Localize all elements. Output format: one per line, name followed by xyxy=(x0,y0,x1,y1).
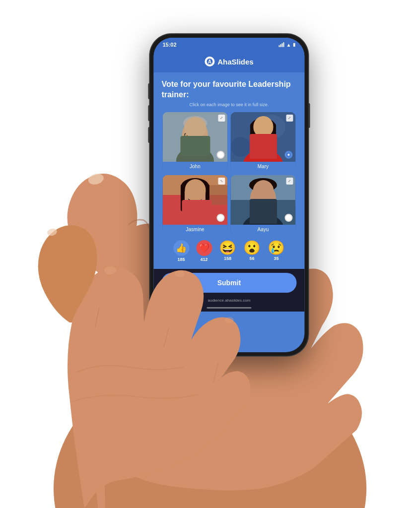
candidate-card-john[interactable]: ⤢ John xyxy=(162,112,227,172)
submit-button[interactable]: Submit xyxy=(161,273,296,293)
select-john[interactable] xyxy=(216,151,224,159)
svg-rect-37 xyxy=(191,205,199,207)
app-header: A AhaSlides xyxy=(153,52,304,72)
svg-point-12 xyxy=(187,134,191,137)
svg-rect-6 xyxy=(191,141,199,151)
sad-emoji[interactable]: 😢 xyxy=(268,241,285,255)
like-count: 185 xyxy=(177,257,185,262)
phone: 15:02 ▲ ▮ xyxy=(149,34,308,356)
reaction-wow[interactable]: 😮 56 xyxy=(243,241,261,261)
svg-point-46 xyxy=(250,184,276,212)
sad-count: 35 xyxy=(274,256,279,261)
select-mary[interactable] xyxy=(284,151,292,159)
wifi-icon: ▲ xyxy=(286,42,291,48)
svg-point-21 xyxy=(251,121,275,147)
love-emoji[interactable]: ❤️ xyxy=(196,240,212,256)
candidate-card-jasmine[interactable]: ⤢ Jasmine xyxy=(162,175,227,235)
svg-rect-9 xyxy=(185,133,193,138)
svg-rect-24 xyxy=(271,123,276,148)
reaction-love[interactable]: ❤️ 412 xyxy=(196,240,212,262)
expand-icon-jasmine[interactable]: ⤢ xyxy=(218,178,225,185)
wow-emoji[interactable]: 😮 xyxy=(243,241,261,255)
question-title: Vote for your favourite Leadership train… xyxy=(161,79,296,100)
ahaslides-logo-icon: A xyxy=(206,58,213,65)
home-indicator-area xyxy=(153,305,304,312)
jasmine-label: Jasmine xyxy=(162,225,227,235)
aayu-photo[interactable]: ⤢ xyxy=(230,175,295,225)
reaction-sad[interactable]: 😢 35 xyxy=(268,241,285,261)
svg-point-34 xyxy=(181,178,209,194)
svg-point-51 xyxy=(265,196,270,200)
john-label: John xyxy=(162,162,227,172)
svg-point-7 xyxy=(182,121,208,148)
candidate-card-aayu[interactable]: ⤢ Aayu xyxy=(230,175,295,235)
svg-point-27 xyxy=(265,134,269,137)
svg-point-41 xyxy=(198,197,200,199)
app-content: Vote for your favourite Leadership train… xyxy=(153,72,304,269)
expand-icon-aayu[interactable]: ⤢ xyxy=(286,178,293,185)
haha-count: 158 xyxy=(224,256,231,261)
svg-point-47 xyxy=(249,178,277,192)
mary-label: Mary xyxy=(230,162,295,172)
like-emoji[interactable]: 👍 xyxy=(173,240,189,256)
svg-point-52 xyxy=(257,196,259,198)
status-icons: ▲ ▮ xyxy=(279,42,295,48)
select-jasmine[interactable] xyxy=(216,214,224,222)
svg-rect-10 xyxy=(195,133,203,138)
svg-point-39 xyxy=(197,196,202,200)
svg-point-49 xyxy=(253,202,273,210)
mary-photo[interactable]: ⤢ xyxy=(230,112,295,162)
svg-point-8 xyxy=(183,116,207,130)
expand-icon-mary[interactable]: ⤢ xyxy=(286,115,293,122)
reactions-bar: 👍 185 ❤️ 412 😆 158 😮 xyxy=(161,235,296,264)
battery-icon: ▮ xyxy=(293,42,295,47)
svg-point-5 xyxy=(176,147,214,162)
svg-point-38 xyxy=(188,196,193,200)
app-name: AhaSlides xyxy=(217,58,254,66)
wow-count: 56 xyxy=(249,256,254,261)
footer-url: audience.ahaslides.com xyxy=(153,296,304,305)
submit-area: Submit xyxy=(153,269,304,296)
svg-point-40 xyxy=(189,197,191,199)
haha-emoji[interactable]: 😆 xyxy=(219,241,236,255)
image-grid: ⤢ John xyxy=(161,112,296,235)
jasmine-photo[interactable]: ⤢ xyxy=(162,175,227,225)
audience-url: audience.ahaslides.com xyxy=(208,298,250,303)
scene: 15:02 ▲ ▮ xyxy=(0,0,420,508)
reaction-haha[interactable]: 😆 158 xyxy=(219,241,236,261)
status-time: 15:02 xyxy=(162,42,176,48)
svg-point-50 xyxy=(256,196,261,200)
expand-icon-john[interactable]: ⤢ xyxy=(218,115,225,122)
select-aayu[interactable] xyxy=(284,214,292,222)
svg-rect-45 xyxy=(259,206,267,214)
svg-text:A: A xyxy=(208,59,211,64)
app-logo: A xyxy=(205,57,214,66)
svg-rect-23 xyxy=(250,123,255,148)
candidate-card-mary[interactable]: ⤢ Mary xyxy=(230,112,295,172)
love-count: 412 xyxy=(200,257,208,262)
svg-point-33 xyxy=(182,183,208,211)
hint-text: Click on each image to see it in full si… xyxy=(161,102,296,107)
svg-rect-25 xyxy=(260,141,267,143)
phone-screen: 15:02 ▲ ▮ xyxy=(153,38,304,352)
svg-point-17 xyxy=(256,115,285,139)
status-bar: 15:02 ▲ ▮ xyxy=(153,38,304,52)
svg-rect-32 xyxy=(191,205,199,214)
svg-rect-36 xyxy=(206,184,210,206)
svg-point-48 xyxy=(252,204,274,214)
john-photo[interactable]: ⤢ xyxy=(162,112,227,162)
svg-point-53 xyxy=(266,196,268,198)
signal-icon xyxy=(279,42,284,47)
svg-rect-35 xyxy=(181,184,185,211)
svg-point-13 xyxy=(197,134,201,137)
reaction-like[interactable]: 👍 185 xyxy=(173,240,189,262)
home-indicator xyxy=(207,307,251,309)
aayu-label: Aayu xyxy=(230,225,295,235)
phone-body: 15:02 ▲ ▮ xyxy=(149,34,308,356)
svg-rect-20 xyxy=(260,142,267,151)
svg-point-26 xyxy=(257,134,261,137)
svg-point-18 xyxy=(231,137,251,157)
